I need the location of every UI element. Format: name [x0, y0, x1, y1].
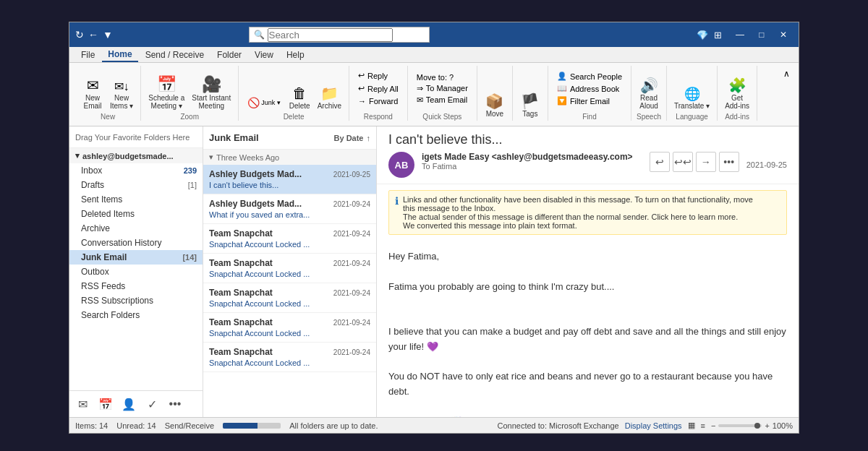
reading-reply-all-button[interactable]: ↩↩	[673, 152, 693, 172]
ribbon-collapse-button[interactable]: ∧	[780, 66, 793, 82]
sort-control[interactable]: By Date ↑	[334, 134, 370, 142]
sidebar-item-rss-sub[interactable]: RSS Subscriptions	[69, 293, 203, 308]
new-email-button[interactable]: ✉ NewEmail	[80, 77, 106, 111]
reading-reply-button[interactable]: ↩	[650, 152, 670, 172]
zoom-slider[interactable]	[718, 424, 762, 427]
sidebar-item-conversation[interactable]: Conversation History	[69, 236, 203, 250]
email-sender-5: Team Snapchat	[209, 317, 273, 327]
sidebar-item-inbox[interactable]: Inbox 239	[69, 163, 203, 178]
move-button[interactable]: 📦 Move	[482, 93, 508, 119]
outlook-window: ↻ ← ▼ 🔍 💎 ⊞ — □ ✕ File Home Send / Recei…	[69, 22, 799, 434]
sidebar-item-search-folders[interactable]: Search Folders	[69, 308, 203, 322]
schedule-meeting-button[interactable]: 📅 Schedule aMeeting ▾	[145, 75, 187, 111]
email-date-1: 2021-09-24	[333, 200, 370, 208]
people-nav-button[interactable]: 👤	[119, 394, 139, 414]
refresh-icon[interactable]: ↻	[75, 29, 84, 40]
sidebar-item-sent[interactable]: Sent Items	[69, 192, 203, 207]
archive-label: Archive	[81, 223, 110, 233]
schedule-label: Schedule aMeeting ▾	[148, 94, 184, 110]
tasks-nav-button[interactable]: ✓	[142, 394, 162, 414]
reading-forward-button[interactable]: →	[696, 152, 716, 172]
sidebar-item-rss-feeds[interactable]: RSS Feeds	[69, 279, 203, 293]
reply-all-button[interactable]: ↩ Reply All	[355, 83, 401, 94]
sidebar-item-outbox[interactable]: Outbox	[69, 265, 203, 279]
sync-label: Send/Receive	[165, 421, 215, 430]
menu-file[interactable]: File	[75, 48, 101, 61]
reply-button[interactable]: ↩ Reply	[355, 70, 401, 81]
close-button[interactable]: ✕	[774, 27, 793, 43]
menu-home[interactable]: Home	[102, 48, 137, 62]
display-settings-link[interactable]: Display Settings	[625, 421, 682, 430]
calendar-nav-button[interactable]: 📅	[95, 394, 116, 414]
translate-button[interactable]: 🌐 Translate ▾	[671, 86, 712, 111]
reading-subject: I can't believe this...	[388, 132, 787, 147]
view-icon-1[interactable]: ▦	[688, 421, 695, 430]
address-book-button[interactable]: 📖 Address Book	[554, 83, 625, 94]
email-item-5[interactable]: Team Snapchat 2021-09-24 Snapchat Accoun…	[203, 313, 376, 343]
menu-folder[interactable]: Folder	[211, 48, 247, 61]
email-item-3[interactable]: Team Snapchat 2021-09-24 Snapchat Accoun…	[203, 254, 376, 283]
junk-button[interactable]: 🚫 Junk ▾	[244, 95, 284, 110]
junk-folder-label: Junk Email	[81, 252, 127, 262]
new-email-icon: ✉	[87, 78, 99, 93]
more-nav-button[interactable]: •••	[165, 394, 185, 414]
menu-help[interactable]: Help	[281, 48, 310, 61]
to-manager-button[interactable]: ⇒ To Manager	[414, 83, 471, 94]
filter-email-label: Filter Email	[570, 97, 610, 106]
move-button-wrapper: 📦 Move	[482, 66, 508, 119]
move-icon: 📦	[485, 94, 503, 108]
email-item-4[interactable]: Team Snapchat 2021-09-24 Snapchat Accoun…	[203, 283, 376, 313]
inbox-label: Inbox	[81, 166, 102, 176]
tags-button-wrapper: 🏴 Tags	[517, 66, 543, 119]
email-item-6[interactable]: Team Snapchat 2021-09-24 Snapchat Accoun…	[203, 343, 376, 372]
search-folders-label: Search Folders	[81, 310, 140, 320]
layout-icon: ⊞	[714, 30, 722, 40]
email-item-1[interactable]: Ashley Budgets Mad... 2021-09-24 What if…	[203, 194, 376, 224]
email-sender-1: Ashley Budgets Mad...	[209, 199, 302, 209]
search-input[interactable]	[268, 28, 393, 42]
email-list-scroll[interactable]: ▾ Three Weeks Ago Ashley Budgets Mad... …	[203, 150, 376, 417]
maximize-button[interactable]: □	[752, 27, 771, 43]
ribbon-group-new: ✉ NewEmail ✉↓ NewItems ▾ New	[75, 66, 141, 121]
email-date-5: 2021-09-24	[333, 319, 370, 327]
folder-name-label: Junk Email	[209, 132, 259, 143]
search-bar[interactable]: 🔍	[249, 27, 430, 43]
find-group-label: Find	[582, 113, 596, 121]
zoom-out-icon[interactable]: −	[711, 421, 715, 430]
mail-nav-button[interactable]: ✉	[72, 394, 93, 414]
search-people-icon: 👤	[557, 72, 567, 81]
minimize-button[interactable]: —	[731, 27, 749, 43]
menu-view[interactable]: View	[249, 48, 279, 61]
tags-button[interactable]: 🏴 Tags	[517, 93, 543, 119]
view-icon-2[interactable]: ≡	[701, 421, 705, 430]
email-item-0[interactable]: Ashley Budgets Mad... 2021-09-25 I can't…	[203, 165, 376, 194]
get-addins-button[interactable]: 🧩 GetAdd-ins	[722, 77, 752, 111]
back-icon[interactable]: ←	[88, 29, 98, 40]
email-item-2[interactable]: Team Snapchat 2021-09-24 Snapchat Accoun…	[203, 224, 376, 254]
zoom-group-label: Zoom	[180, 113, 199, 121]
dropdown-icon[interactable]: ▼	[103, 29, 113, 40]
sidebar-item-drafts[interactable]: Drafts [1]	[69, 178, 203, 192]
delete-button[interactable]: 🗑 Delete	[286, 85, 313, 111]
sidebar-item-archive[interactable]: Archive	[69, 221, 203, 236]
inbox-count: 239	[184, 166, 197, 175]
archive-button[interactable]: 📁 Archive	[315, 85, 344, 111]
start-meeting-button[interactable]: 🎥 Start InstantMeeting	[189, 75, 234, 111]
sort-label: By Date	[334, 134, 364, 142]
sidebar-item-deleted[interactable]: Deleted Items	[69, 207, 203, 221]
team-email-button[interactable]: ✉ Team Email	[414, 95, 471, 106]
new-items-button[interactable]: ✉↓ NewItems ▾	[107, 80, 136, 111]
language-button-wrapper: 🌐 Translate ▾	[671, 66, 712, 111]
read-aloud-button[interactable]: 🔊 ReadAloud	[636, 77, 662, 111]
start-meeting-label: Start InstantMeeting	[192, 94, 231, 110]
translate-label: Translate ▾	[674, 102, 710, 110]
search-people-button[interactable]: 👤 Search People	[554, 71, 625, 82]
account-item[interactable]: ▾ ashley@budgetsmade...	[69, 148, 203, 163]
reading-more-button[interactable]: •••	[719, 152, 739, 172]
zoom-in-icon[interactable]: +	[765, 421, 769, 430]
move-to-button[interactable]: Move to: ?	[414, 72, 471, 82]
filter-email-button[interactable]: 🔽 Filter Email	[554, 95, 625, 106]
forward-button[interactable]: → Forward	[355, 96, 401, 106]
menu-send-receive[interactable]: Send / Receive	[140, 48, 210, 61]
sidebar-item-junk[interactable]: Junk Email [14]	[69, 250, 203, 265]
